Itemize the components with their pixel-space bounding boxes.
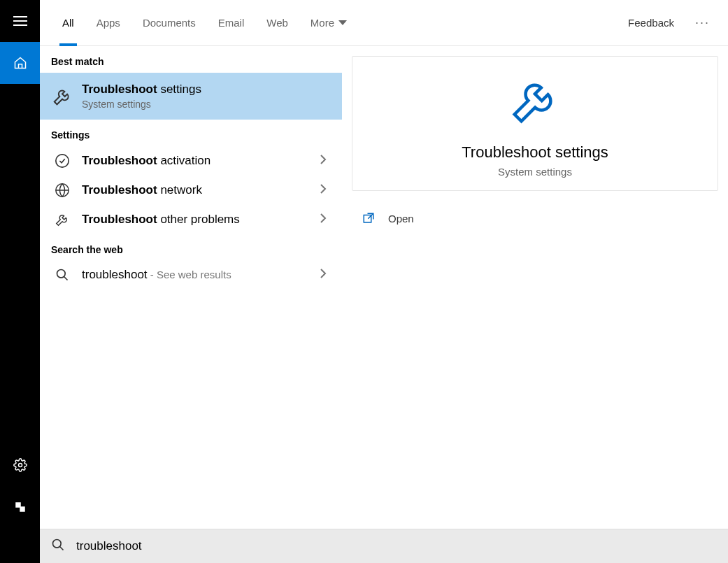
tab-documents[interactable]: Documents xyxy=(131,0,207,46)
svg-point-7 xyxy=(53,540,62,548)
result-title: Troubleshoot activation xyxy=(82,154,320,168)
result-subtitle: System settings xyxy=(82,99,331,110)
search-icon xyxy=(55,268,69,282)
gear-icon xyxy=(13,458,27,472)
result-network[interactable]: Troubleshoot network xyxy=(40,176,342,205)
globe-icon xyxy=(55,183,70,198)
feedback-link[interactable]: Feedback xyxy=(628,17,674,29)
chevron-down-icon xyxy=(338,20,347,26)
tab-apps[interactable]: Apps xyxy=(85,0,131,46)
section-best-match: Best match xyxy=(40,46,342,73)
preview-card: Troubleshoot settings System settings xyxy=(352,56,718,191)
result-title: Troubleshoot other problems xyxy=(82,213,320,227)
result-title: troubleshoot - See web results xyxy=(82,268,320,282)
chevron-right-icon xyxy=(320,213,331,226)
search-input[interactable] xyxy=(76,539,717,553)
svg-rect-2 xyxy=(20,506,25,512)
action-open[interactable]: Open xyxy=(362,205,708,231)
section-search-web: Search the web xyxy=(40,234,342,261)
section-settings: Settings xyxy=(40,120,342,146)
wrench-icon xyxy=(52,86,73,107)
result-web-search[interactable]: troubleshoot - See web results xyxy=(40,261,342,289)
result-other-problems[interactable]: Troubleshoot other problems xyxy=(40,205,342,234)
profile-icon xyxy=(14,501,27,513)
home-button[interactable] xyxy=(0,42,40,84)
tab-more-label: More xyxy=(311,17,334,29)
result-title: Troubleshoot settings xyxy=(82,83,331,97)
search-icon xyxy=(51,538,65,552)
preview-title: Troubleshoot settings xyxy=(462,143,608,162)
wrench-icon xyxy=(508,73,562,128)
search-bar xyxy=(40,529,728,563)
result-title: Troubleshoot network xyxy=(82,183,320,197)
home-icon xyxy=(13,56,27,70)
check-circle-icon xyxy=(55,153,70,169)
action-open-label: Open xyxy=(388,213,414,225)
svg-point-0 xyxy=(18,464,22,467)
tab-all[interactable]: All xyxy=(51,0,85,46)
preview-subtitle: System settings xyxy=(498,166,572,178)
svg-point-5 xyxy=(57,270,66,278)
chevron-right-icon xyxy=(320,155,331,167)
hamburger-icon xyxy=(13,16,27,26)
results-column: Best match Troubleshoot settings System … xyxy=(40,46,342,529)
tab-more[interactable]: More xyxy=(299,0,358,46)
cortana-sidebar xyxy=(0,0,40,563)
menu-button[interactable] xyxy=(0,0,40,42)
open-icon xyxy=(362,212,375,225)
result-best-match[interactable]: Troubleshoot settings System settings xyxy=(40,73,342,120)
more-options[interactable]: ··· xyxy=(688,15,717,30)
preview-column: Troubleshoot settings System settings Op… xyxy=(342,46,728,529)
tab-web[interactable]: Web xyxy=(255,0,299,46)
result-activation[interactable]: Troubleshoot activation xyxy=(40,146,342,176)
tabs-bar: All Apps Documents Email Web More Feedba… xyxy=(40,0,728,46)
settings-button[interactable] xyxy=(0,444,40,486)
tab-email[interactable]: Email xyxy=(207,0,256,46)
chevron-right-icon xyxy=(320,184,331,197)
profile-button[interactable] xyxy=(0,486,40,528)
wrench-icon xyxy=(55,212,70,227)
chevron-right-icon xyxy=(320,269,331,281)
svg-point-3 xyxy=(56,155,69,167)
